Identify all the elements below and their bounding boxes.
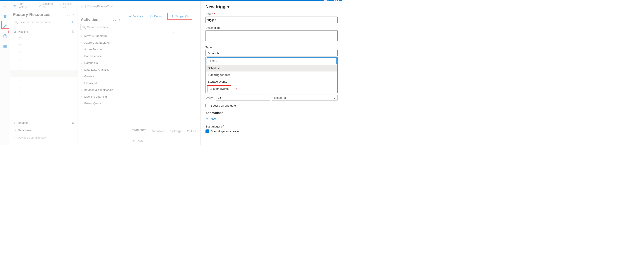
activity-group[interactable]: ▷Machine Learning bbox=[80, 93, 120, 100]
activity-group-label: Power Query bbox=[84, 102, 101, 105]
pipeline-item[interactable] bbox=[10, 63, 78, 70]
validate-all-label: Validate all bbox=[43, 2, 55, 9]
select-value: Schedule bbox=[208, 52, 219, 55]
collapse-icon[interactable]: « bbox=[118, 18, 120, 21]
tree-group-dataflows[interactable]: ▷Data flows 3 bbox=[10, 127, 78, 134]
pipeline-item[interactable] bbox=[10, 84, 78, 91]
breadcrumb-label: Data Factory bbox=[18, 2, 32, 9]
activities-title: Activities bbox=[81, 17, 98, 22]
activity-group[interactable]: ▷Databricks bbox=[80, 59, 120, 66]
close-tab-icon[interactable]: ✕ bbox=[110, 4, 113, 8]
tree-group-pipeline[interactable]: ◢Pipeline 12 bbox=[10, 28, 78, 35]
start-on-creation-label: Start trigger on creation bbox=[211, 130, 240, 133]
search-icon: 🔍 bbox=[82, 25, 86, 29]
new-trigger-panel: New trigger Name* Description Type* Sche… bbox=[200, 1, 342, 145]
pipeline-icon bbox=[18, 72, 22, 75]
tree-label: Data flows bbox=[18, 129, 31, 132]
breadcrumb-data-factory[interactable]: Data Factory ⌄ bbox=[13, 2, 34, 9]
validate-all-button[interactable]: Validate all bbox=[38, 2, 55, 9]
activity-group[interactable]: ▷Azure Function bbox=[80, 46, 120, 53]
expand-rail-icon[interactable]: » bbox=[2, 3, 8, 9]
every-label: Every bbox=[206, 96, 214, 99]
pipeline-icon bbox=[18, 100, 22, 103]
pipeline-icon bbox=[18, 107, 22, 110]
activity-group-label: Move & transform bbox=[84, 34, 107, 37]
author-pencil-icon[interactable] bbox=[2, 23, 8, 29]
add-annotation-label: New bbox=[211, 117, 216, 120]
activity-group[interactable]: ▷Power Query bbox=[80, 100, 120, 107]
resource-filter-input[interactable]: 🔍 bbox=[13, 19, 68, 25]
activity-group-label: Machine Learning bbox=[84, 95, 107, 98]
pipeline-canvas[interactable]: Validate Debug Trigger (3) 2 Par bbox=[123, 11, 200, 145]
debug-button[interactable]: Debug bbox=[148, 14, 164, 19]
chevron-right-icon: ▷ bbox=[81, 75, 82, 78]
tab-output[interactable]: Output bbox=[187, 130, 196, 133]
pipeline-item-selected[interactable] bbox=[10, 70, 78, 77]
tree-group-powerquery[interactable]: ▷Power Query (Preview) bbox=[10, 134, 78, 141]
every-value-input[interactable] bbox=[216, 95, 270, 101]
trigger-type-select[interactable]: Schedule ⌄ bbox=[206, 50, 338, 56]
pipeline-item[interactable] bbox=[10, 91, 78, 98]
validate-button[interactable]: Validate bbox=[127, 14, 145, 19]
pipeline-icon bbox=[18, 58, 22, 61]
chevron-right-icon: ▷ bbox=[81, 48, 82, 51]
activity-group[interactable]: ▷General bbox=[80, 73, 120, 80]
option-schedule[interactable]: Schedule bbox=[206, 65, 338, 71]
panel-title: New trigger bbox=[206, 4, 338, 9]
manage-toolbox-icon[interactable] bbox=[2, 43, 8, 49]
add-annotation-button[interactable]: ＋ New bbox=[206, 116, 338, 121]
activities-search-input[interactable]: 🔍 bbox=[80, 24, 120, 30]
svg-rect-2 bbox=[4, 45, 6, 46]
pipeline-icon bbox=[18, 79, 22, 82]
activity-group-label: Databricks bbox=[84, 61, 98, 65]
specify-end-date-checkbox[interactable] bbox=[206, 104, 209, 107]
editor-tab[interactable]: DummyPipeline2 ✕ bbox=[81, 4, 113, 8]
collapse-icon[interactable]: « bbox=[73, 13, 74, 16]
publish-all-button[interactable]: Publish all bbox=[59, 2, 74, 9]
start-on-creation-checkbox[interactable]: ✓ bbox=[206, 130, 209, 133]
add-resource-button[interactable]: ＋ bbox=[70, 19, 75, 25]
description-label: Description bbox=[206, 26, 338, 29]
every-unit-select[interactable]: Minute(s) ⌄ bbox=[272, 95, 338, 101]
pipeline-item[interactable] bbox=[10, 105, 78, 112]
activity-group[interactable]: ▷Batch Service bbox=[80, 53, 120, 59]
trigger-type-dropdown: Schedule Tumbling window Storage events … bbox=[206, 57, 338, 93]
factory-resources-title: Factory Resources bbox=[13, 12, 50, 17]
option-tumbling-window[interactable]: Tumbling window bbox=[206, 71, 338, 78]
tab-settings[interactable]: Settings bbox=[170, 130, 182, 133]
activities-panel: Activities ⌄⌄ « 🔍 ▷Move & transform▷Azur… bbox=[78, 11, 123, 145]
pipeline-item[interactable] bbox=[10, 56, 78, 63]
tab-variables[interactable]: Variables bbox=[152, 130, 164, 133]
tab-label: DummyPipeline2 bbox=[87, 4, 109, 8]
add-parameter-button[interactable]: ＋ New bbox=[132, 138, 143, 143]
option-storage-events[interactable]: Storage events bbox=[206, 78, 338, 85]
trigger-name-input[interactable] bbox=[206, 16, 338, 23]
activity-group[interactable]: ▷Data Lake Analytics bbox=[80, 66, 120, 73]
chevrons-icon[interactable]: ⌄⌄ bbox=[112, 18, 116, 21]
pipeline-item[interactable] bbox=[10, 42, 78, 49]
home-icon[interactable] bbox=[2, 13, 8, 19]
activity-group[interactable]: ▷HDInsight bbox=[80, 80, 120, 87]
trigger-description-input[interactable] bbox=[206, 30, 338, 41]
tree-group-dataset[interactable]: ▷Dataset 13 bbox=[10, 119, 78, 127]
chevrons-icon[interactable]: ⌄⌄ bbox=[66, 13, 71, 16]
pipeline-item[interactable] bbox=[10, 77, 78, 84]
activity-group[interactable]: ▷Move & transform bbox=[80, 32, 120, 39]
tab-parameters[interactable]: Parameters bbox=[130, 128, 146, 134]
pipeline-item[interactable] bbox=[10, 35, 78, 42]
activity-group-label: Batch Service bbox=[84, 54, 102, 58]
pipeline-item[interactable] bbox=[10, 49, 78, 56]
option-custom-events[interactable]: Custom events bbox=[207, 85, 231, 92]
pipeline-item[interactable] bbox=[10, 98, 78, 105]
activity-group[interactable]: ▷Azure Data Explorer bbox=[80, 39, 120, 46]
chevron-right-icon: ▷ bbox=[81, 89, 82, 91]
trigger-button[interactable]: Trigger (3) bbox=[167, 13, 192, 20]
svg-rect-5 bbox=[15, 5, 16, 6]
info-icon[interactable]: i bbox=[221, 125, 224, 128]
dropdown-filter-input[interactable] bbox=[206, 57, 336, 64]
activity-group[interactable]: ▷Iteration & conditionals bbox=[80, 87, 120, 93]
tree-label: Power Query (Preview) bbox=[18, 136, 47, 139]
pipeline-item[interactable] bbox=[10, 112, 78, 119]
chevron-right-icon: ▷ bbox=[81, 41, 82, 44]
monitor-gauge-icon[interactable] bbox=[2, 33, 8, 39]
